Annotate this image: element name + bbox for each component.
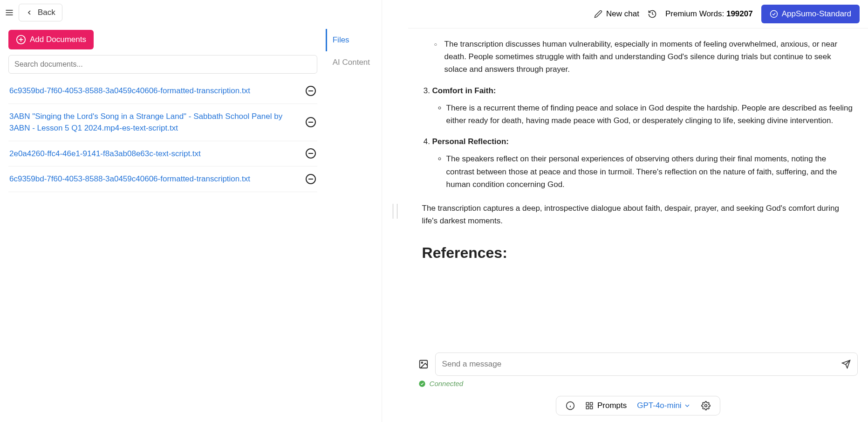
left-body: Add Documents 6c9359bd-7f60-4053-8588-3a… [0,25,382,422]
search-input[interactable] [8,55,317,74]
document-item: 3ABN "Singing the Lord's Song in a Stran… [8,104,317,141]
minus-circle-icon [305,85,316,97]
menu-button[interactable] [2,5,17,20]
chat-list-item-3: Comfort in Faith: There is a recurrent t… [432,84,854,127]
document-item: 6c9359bd-7f60-4053-8588-3a0459c40606-for… [8,78,317,104]
grid-icon [585,401,594,410]
document-name[interactable]: 6c9359bd-7f60-4053-8588-3a0459c40606-for… [9,85,305,97]
minus-circle-icon [305,173,316,185]
svg-rect-27 [586,407,588,409]
minus-circle-icon [305,117,316,128]
chat-content[interactable]: The transcription discusses human vulner… [408,28,868,353]
svg-point-18 [421,362,423,363]
document-name[interactable]: 3ABN "Singing the Lord's Song in a Stran… [9,111,305,134]
new-chat-label: New chat [606,9,639,19]
plan-label: AppSumo-Standard [782,9,851,19]
model-select[interactable]: GPT-4o-mini [637,401,690,410]
back-label: Back [38,8,55,17]
premium-words: Premium Words: 199207 [665,9,753,19]
check-circle-small-icon [418,380,426,387]
remove-document-button[interactable] [305,173,316,185]
plan-button[interactable]: AppSumo-Standard [761,5,860,23]
document-list: 6c9359bd-7f60-4053-8588-3a0459c40606-for… [8,78,317,192]
remove-document-button[interactable] [305,85,316,97]
new-chat-button[interactable]: New chat [594,9,639,19]
svg-line-15 [652,14,654,15]
docs-column: Add Documents 6c9359bd-7f60-4053-8588-3a… [0,25,326,422]
send-icon [841,360,851,369]
check-circle-icon [770,10,778,18]
svg-rect-28 [590,407,592,409]
prompts-label: Prompts [597,401,627,410]
prompts-button[interactable]: Prompts [585,401,627,410]
svg-rect-25 [586,402,588,405]
gear-icon [701,401,711,410]
svg-point-21 [419,380,425,387]
pane-divider[interactable] [382,0,408,422]
remove-document-button[interactable] [305,148,316,159]
svg-rect-26 [590,402,592,405]
back-button[interactable]: Back [19,4,62,21]
chat-item4-text: The speakers reflect on their personal e… [446,152,854,191]
chevron-down-icon [683,402,691,409]
chat-closing: The transcription captures a deep, intro… [422,202,854,227]
document-name[interactable]: 2e0a4260-ffc4-46e1-9141-f8a3ab08e63c-tex… [9,148,305,160]
add-documents-label: Add Documents [30,35,86,44]
tab-files[interactable]: Files [326,29,382,51]
input-row [408,353,868,380]
right-header: New chat Premium Words: 199207 AppSumo-S… [408,0,868,28]
documents-pane: Back Add Documents 6c9359bd-7f60-4053-85… [0,0,382,422]
remove-document-button[interactable] [305,117,316,128]
bottom-bar: Prompts GPT-4o-mini [408,392,868,422]
document-name[interactable]: 6c9359bd-7f60-4053-8588-3a0459c40606-for… [9,173,305,185]
bottom-inner: Prompts GPT-4o-mini [556,396,720,415]
image-icon [418,359,429,369]
document-item: 6c9359bd-7f60-4053-8588-3a0459c40606-for… [8,166,317,192]
minus-circle-icon [305,148,316,159]
tab-ai-content[interactable]: AI Content [326,51,382,74]
send-button[interactable] [841,360,851,369]
model-label: GPT-4o-mini [637,401,681,410]
chat-item4-title: Personal Reflection: [432,137,509,146]
history-icon [648,9,657,19]
edit-icon [594,10,602,18]
settings-button[interactable] [701,401,711,410]
chat-pane: New chat Premium Words: 199207 AppSumo-S… [408,0,868,422]
info-button[interactable] [566,401,575,410]
message-box [435,353,858,376]
plus-circle-icon [16,35,26,45]
references-heading: References: [422,241,854,265]
side-tabs: Files AI Content [326,25,382,422]
svg-point-29 [704,405,707,407]
connected-label: Connected [430,380,464,387]
chat-item3-title: Comfort in Faith: [432,86,496,95]
connection-status: Connected [408,380,868,392]
attach-image-button[interactable] [418,359,429,369]
svg-point-16 [770,11,777,18]
left-header: Back [0,0,382,25]
document-item: 2e0a4260-ffc4-46e1-9141-f8a3ab08e63c-tex… [8,141,317,167]
chat-bullet-partial: The transcription discusses human vulner… [444,38,854,76]
history-button[interactable] [648,9,657,19]
premium-words-label: Premium Words: [665,9,724,18]
info-icon [566,401,575,410]
chat-list-item-4: Personal Reflection: The speakers reflec… [432,135,854,191]
chevron-left-icon [26,9,33,16]
add-documents-button[interactable]: Add Documents [8,30,94,49]
hamburger-icon [5,8,14,17]
chat-item3-text: There is a recurrent theme of finding pe… [446,102,854,127]
message-input[interactable] [442,360,841,369]
premium-words-value: 199207 [726,9,753,18]
